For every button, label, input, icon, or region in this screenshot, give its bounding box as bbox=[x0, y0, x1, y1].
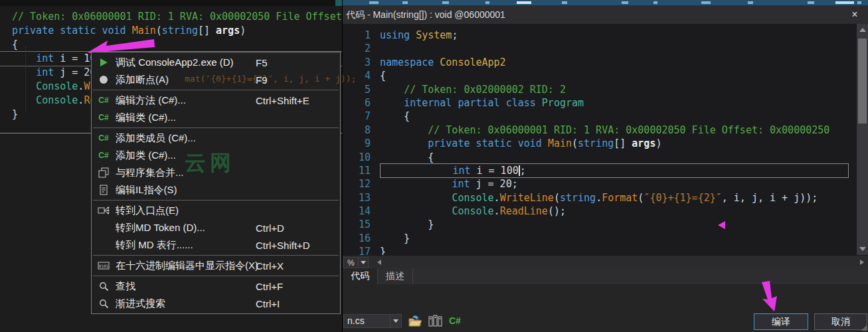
editor-line[interactable]: 17} bbox=[343, 245, 857, 255]
editor-line[interactable]: 14 Console.ReadLine(); bbox=[343, 205, 857, 218]
hex-icon: 0101 bbox=[92, 262, 116, 270]
compile-button[interactable]: 编译 bbox=[754, 313, 808, 330]
csharp-language-icon[interactable]: C# bbox=[449, 315, 461, 326]
editor-line[interactable]: 7 { bbox=[343, 110, 857, 123]
code-editor[interactable]: 1using System;23namespace ConsoleApp24{5… bbox=[343, 24, 868, 255]
breakpoint-icon bbox=[92, 75, 116, 84]
code-token bbox=[381, 165, 452, 177]
description-pane bbox=[343, 284, 868, 311]
code-token: } bbox=[380, 232, 410, 244]
code-token: internal partial class bbox=[404, 97, 542, 109]
menu-item-label: 在十六进制编辑器中显示指令(X) bbox=[116, 260, 258, 272]
code-token: // Token: 0x02000002 RID: 2 bbox=[404, 84, 566, 96]
code-token bbox=[380, 178, 452, 190]
left-code-line[interactable]: { bbox=[12, 38, 354, 52]
editor-line[interactable]: 8 // Token: 0x06000001 RID: 1 RVA: 0x000… bbox=[343, 124, 857, 137]
editor-line[interactable]: 11 int i = 100; bbox=[343, 164, 857, 177]
menu-item[interactable]: 0101在十六进制编辑器中显示指令(X)Ctrl+X bbox=[92, 257, 340, 274]
code-token bbox=[12, 52, 36, 64]
editor-line[interactable]: 12 int j = 20; bbox=[343, 177, 857, 191]
indent-guide bbox=[25, 46, 26, 112]
editor-line[interactable]: 16 } bbox=[343, 232, 857, 245]
line-number: 11 bbox=[343, 164, 380, 177]
menu-item[interactable]: mat(″{0}+{1}={2}″, i, j, i + j));添加断点(A)… bbox=[92, 71, 340, 88]
scroll-left-icon[interactable] bbox=[377, 260, 381, 265]
editor-line[interactable]: 9 private static void Main(string[] args… bbox=[343, 137, 857, 150]
search-icon bbox=[92, 299, 116, 309]
editor-line[interactable]: 5 // Token: 0x02000002 RID: 2 bbox=[343, 83, 857, 96]
editor-line[interactable]: 10 { bbox=[343, 151, 857, 164]
strip-mark bbox=[808, 1, 814, 4]
horizontal-scrollbar[interactable]: % bbox=[343, 255, 868, 268]
strip-mark bbox=[517, 1, 531, 4]
menu-item[interactable]: 调试 ConsoleApp2.exe (D)F5 bbox=[92, 54, 340, 71]
menu-item[interactable]: C#编辑类 (C#)... bbox=[92, 109, 340, 126]
scroll-up-icon[interactable] bbox=[859, 28, 866, 32]
menu-item[interactable]: 编辑IL指令(S) bbox=[92, 181, 340, 199]
open-folder-icon[interactable] bbox=[408, 315, 422, 327]
csharp-icon: C# bbox=[92, 113, 116, 122]
zoom-dropdown[interactable] bbox=[358, 258, 368, 268]
code-token: ConsoleApp2 bbox=[440, 56, 505, 68]
line-code: namespace ConsoleApp2 bbox=[380, 56, 857, 69]
resize-grip[interactable] bbox=[861, 325, 867, 331]
scroll-right-icon[interactable] bbox=[860, 260, 864, 265]
cancel-button[interactable]: 取消 bbox=[814, 313, 867, 330]
menu-item[interactable]: 渐进式搜索Ctrl+I bbox=[92, 295, 340, 312]
code-token: (); bbox=[548, 205, 566, 217]
code-token bbox=[380, 97, 404, 109]
editor-line[interactable]: 3namespace ConsoleApp2 bbox=[343, 56, 857, 69]
editor-line[interactable]: 6 internal partial class Program bbox=[343, 96, 857, 110]
line-code: } bbox=[380, 245, 857, 255]
entrypoint-icon bbox=[92, 205, 116, 216]
code-token: ) bbox=[655, 137, 661, 149]
strip-mark bbox=[622, 1, 628, 4]
code-token: . bbox=[596, 192, 602, 204]
left-code-line[interactable]: // Token: 0x06000001 RID: 1 RVA: 0x00002… bbox=[12, 10, 354, 24]
code-token: namespace bbox=[380, 56, 440, 68]
tab-description[interactable]: 描述 bbox=[378, 268, 413, 284]
menu-item[interactable]: 转到 MD 表行......Ctrl+Shift+D bbox=[92, 236, 340, 254]
line-code: Console.WriteLine(string.Format(″{0}+{1}… bbox=[380, 191, 857, 205]
file-combobox[interactable]: n.cs bbox=[343, 314, 402, 328]
tab-code[interactable]: 代码 bbox=[343, 268, 378, 284]
line-number: 7 bbox=[343, 110, 380, 123]
code-token: { bbox=[380, 70, 386, 82]
menu-item[interactable]: 转到入口点(E) bbox=[92, 202, 340, 219]
code-token: } bbox=[380, 218, 434, 230]
dialog-bottom-bar: n.cs C# 编译 取消 bbox=[343, 311, 868, 332]
left-code-line[interactable]: private static void Main(string[] args) bbox=[12, 24, 354, 38]
dialog-titlebar[interactable]: 代码 - Main(string[]) : void @06000001 × bbox=[343, 5, 868, 24]
vertical-scrollbar[interactable] bbox=[857, 24, 868, 255]
editor-line[interactable]: 4{ bbox=[343, 69, 857, 82]
code-token: . bbox=[494, 205, 500, 217]
scrollbar-thumb[interactable] bbox=[858, 39, 867, 124]
line-code: } bbox=[380, 218, 857, 231]
editor-line[interactable]: 1using System; bbox=[343, 29, 857, 42]
menu-item[interactable]: C#编辑方法 (C#)...Ctrl+Shift+E bbox=[92, 92, 340, 109]
assembly-list-icon[interactable] bbox=[428, 315, 444, 327]
scroll-down-icon[interactable] bbox=[859, 247, 866, 251]
menu-separator bbox=[93, 200, 339, 201]
menu-item-label: 转到入口点(E) bbox=[116, 205, 179, 217]
strip-mark bbox=[835, 1, 854, 4]
editor-line[interactable]: 15 } bbox=[343, 218, 857, 231]
menu-item[interactable]: 查找Ctrl+F bbox=[92, 278, 340, 295]
file-combobox-dropdown[interactable] bbox=[390, 315, 401, 327]
line-number: 6 bbox=[343, 96, 380, 110]
menu-item[interactable]: C#添加类成员 (C#)... bbox=[92, 129, 340, 147]
menu-item[interactable]: 转到MD Token (D)...Ctrl+D bbox=[92, 219, 340, 236]
menu-item-label: 添加类成员 (C#)... bbox=[116, 132, 196, 145]
screenshot-root: // Token: 0x06000001 RID: 1 RVA: 0x00002… bbox=[0, 0, 868, 332]
code-token: Main bbox=[548, 137, 572, 149]
code-token: Format bbox=[602, 192, 638, 204]
code-token: ReadLine bbox=[500, 205, 548, 217]
strip-mark bbox=[857, 1, 861, 4]
editor-line[interactable]: 2 bbox=[343, 42, 857, 55]
zoom-control[interactable]: % bbox=[343, 257, 369, 268]
code-token bbox=[380, 137, 428, 149]
close-icon[interactable]: × bbox=[848, 8, 861, 21]
code-token: Console bbox=[36, 80, 78, 92]
code-token: ) bbox=[240, 25, 246, 37]
editor-line[interactable]: 13 Console.WriteLine(string.Format(″{0}+… bbox=[343, 191, 857, 205]
